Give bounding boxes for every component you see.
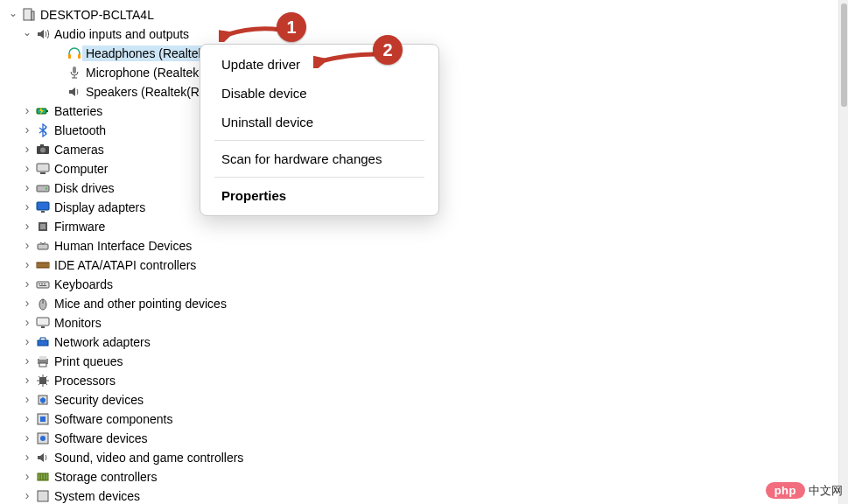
annotation-badge-1: 1	[277, 12, 306, 42]
category-label: Print queues	[51, 354, 123, 368]
menu-disable-device[interactable]: Disable device	[204, 79, 435, 108]
category-label: Computer	[51, 162, 108, 176]
expand-icon[interactable]	[21, 220, 33, 233]
svg-point-13	[46, 188, 47, 190]
ide-icon	[35, 257, 51, 273]
camera-icon	[35, 142, 51, 158]
expand-icon[interactable]	[21, 432, 33, 444]
category-firmware[interactable]: Firmware	[4, 217, 838, 236]
expand-icon[interactable]	[21, 240, 33, 252]
expand-icon[interactable]	[21, 105, 33, 117]
category-sw-devices[interactable]: Software devices	[4, 429, 838, 448]
category-sound[interactable]: Sound, video and game controllers	[4, 448, 838, 467]
svg-rect-29	[38, 340, 48, 346]
category-monitors[interactable]: Monitors	[4, 313, 838, 332]
expand-icon[interactable]	[7, 9, 19, 21]
mouse-icon	[35, 296, 51, 312]
category-print[interactable]: Print queues	[4, 352, 838, 371]
svg-rect-6	[46, 110, 48, 112]
pc-icon	[35, 161, 51, 177]
svg-rect-20	[37, 282, 49, 288]
component-icon	[35, 411, 51, 427]
svg-rect-3	[78, 54, 81, 59]
category-keyboards[interactable]: Keyboards	[4, 275, 838, 294]
keyboard-icon	[35, 276, 51, 292]
sw-device-icon	[35, 430, 51, 446]
speaker-icon	[35, 450, 51, 466]
category-ide[interactable]: IDE ATA/ATAPI controllers	[4, 256, 838, 275]
expand-icon[interactable]	[21, 317, 33, 329]
category-label: Audio inputs and outputs	[51, 27, 189, 41]
expand-icon[interactable]	[21, 298, 33, 310]
svg-point-8	[40, 148, 46, 153]
category-hid[interactable]: Human Interface Devices	[4, 236, 838, 256]
context-menu: Update driver Disable device Uninstall d…	[200, 44, 439, 216]
monitor-icon	[35, 315, 51, 331]
expand-icon[interactable]	[21, 182, 33, 194]
page-scrollbar[interactable]	[838, 0, 848, 504]
category-label: Batteries	[51, 104, 102, 118]
expand-icon[interactable]	[21, 394, 33, 406]
speaker-icon	[67, 84, 82, 100]
chip-icon	[35, 219, 51, 234]
menu-scan-hardware[interactable]: Scan for hardware changes	[204, 144, 435, 173]
expand-icon[interactable]	[21, 144, 33, 156]
menu-properties[interactable]: Properties	[204, 181, 435, 210]
category-security[interactable]: Security devices	[4, 390, 838, 410]
category-mice[interactable]: Mice and other pointing devices	[4, 294, 838, 313]
expand-icon[interactable]	[21, 374, 33, 387]
watermark-pill: php	[766, 482, 805, 499]
battery-icon	[35, 103, 51, 119]
expand-icon[interactable]	[21, 201, 33, 214]
page-scrollbar-thumb[interactable]	[841, 4, 847, 107]
svg-rect-27	[37, 318, 49, 326]
svg-rect-33	[39, 377, 46, 384]
category-processors[interactable]: Processors	[4, 371, 838, 390]
category-label: Display adapters	[51, 200, 145, 214]
expand-icon[interactable]	[21, 336, 33, 348]
hid-icon	[35, 238, 51, 254]
expand-icon[interactable]	[21, 413, 33, 425]
tree-root-label: DESKTOP-BCLTA4L	[37, 8, 154, 22]
svg-rect-1	[32, 11, 34, 20]
category-label: Sound, video and game controllers	[51, 451, 243, 465]
expand-icon[interactable]	[21, 28, 33, 40]
svg-rect-0	[24, 9, 32, 20]
computer-icon	[21, 7, 37, 23]
category-audio[interactable]: Audio inputs and outputs	[4, 24, 838, 44]
expand-icon[interactable]	[21, 124, 33, 136]
expand-icon[interactable]	[21, 490, 33, 502]
expand-icon[interactable]	[21, 163, 33, 175]
expand-icon[interactable]	[21, 355, 33, 368]
category-network[interactable]: Network adapters	[4, 332, 838, 352]
category-label: Bluetooth	[51, 123, 106, 137]
category-storage[interactable]: Storage controllers	[4, 467, 838, 486]
svg-rect-40	[38, 491, 48, 501]
category-label: Security devices	[51, 393, 144, 407]
annotation-badge-2: 2	[373, 35, 403, 65]
svg-rect-32	[39, 363, 46, 367]
category-label: Software devices	[51, 431, 148, 445]
menu-separator	[214, 140, 424, 141]
category-system[interactable]: System devices	[4, 486, 838, 504]
menu-uninstall-device[interactable]: Uninstall device	[204, 108, 435, 136]
svg-rect-23	[44, 284, 46, 284]
expand-icon[interactable]	[21, 471, 33, 483]
svg-rect-15	[41, 211, 45, 213]
svg-rect-14	[37, 202, 49, 210]
category-label: Firmware	[51, 220, 105, 234]
expand-icon[interactable]	[21, 452, 33, 464]
tree-root[interactable]: DESKTOP-BCLTA4L	[4, 5, 838, 24]
category-label: Cameras	[51, 143, 104, 157]
svg-rect-11	[40, 172, 46, 174]
category-label: Network adapters	[51, 335, 151, 349]
category-label: Human Interface Devices	[51, 239, 192, 253]
svg-rect-22	[41, 284, 43, 284]
expand-icon[interactable]	[21, 278, 33, 290]
svg-rect-4	[73, 66, 76, 74]
expand-icon[interactable]	[21, 259, 33, 271]
menu-separator	[214, 177, 424, 178]
category-sw-components[interactable]: Software components	[4, 410, 838, 429]
category-label: IDE ATA/ATAPI controllers	[51, 258, 196, 272]
svg-rect-18	[38, 244, 48, 249]
